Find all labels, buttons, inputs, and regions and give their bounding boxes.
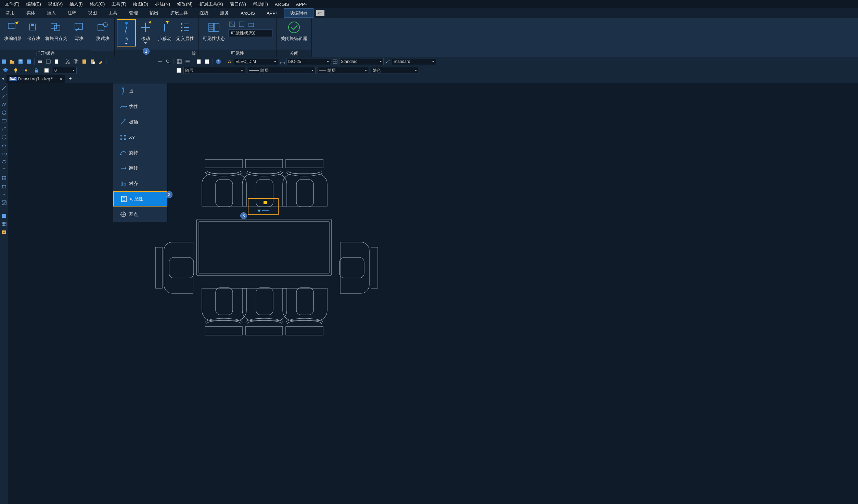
dimstyle-dropdown[interactable]: ISO-25 [286,58,331,65]
btn-write-block[interactable]: 写块 [69,19,89,43]
plotstyle-dropdown[interactable]: 随色 [371,67,419,74]
tab-insert[interactable]: 插入 [41,8,62,18]
vis-icon-3[interactable] [247,21,255,28]
layer-lock-icon[interactable] [33,67,40,74]
dm-item-xy[interactable]: XY [113,130,167,145]
tool-pline-icon[interactable] [1,101,8,108]
layer-bulb-icon[interactable] [12,67,20,74]
doc-tab-close[interactable]: ✕ [60,76,63,81]
tool-revcloud-icon[interactable] [1,142,8,149]
tool-spline-icon[interactable] [1,150,8,157]
tool-polygon-icon[interactable] [1,109,8,116]
tb-sheetset-icon[interactable] [203,58,211,65]
tablestyle-dropdown[interactable]: Standard [392,58,436,65]
tool-arc-icon[interactable] [1,125,8,132]
menu-file[interactable]: 文件(F) [1,0,23,8]
tb-help-icon[interactable]: ? [215,58,222,65]
tb-textstyle-icon[interactable]: A [226,58,233,65]
doc-tabs-toggle[interactable]: ▾ [0,76,7,81]
vis-icon-2[interactable] [238,21,245,28]
menu-modify[interactable]: 修改(M) [174,0,196,8]
layer-sun-icon[interactable] [22,67,30,74]
menu-format[interactable]: 格式(O) [86,0,108,8]
menu-arcgis[interactable]: ArcGIS [271,1,293,8]
tb-dimstyle-icon[interactable] [279,58,286,65]
menu-window[interactable]: 窗口(W) [227,0,249,8]
tb-open-icon[interactable] [9,58,16,65]
tool-line-icon[interactable] [1,84,8,91]
tab-arcgis[interactable]: ArcGIS [235,9,261,17]
ribbon-new-tab[interactable]: ▭ [316,10,324,16]
textstyle-dropdown[interactable]: Standard [339,58,384,65]
dm-item-visibility[interactable]: 可见性 [113,191,167,207]
layer-dropdown[interactable]: ELEC_DIM [234,58,278,65]
tab-annotate[interactable]: 注释 [62,8,82,18]
dm-item-linear[interactable]: 线性 [113,99,167,114]
menu-ext[interactable]: 扩展工具(X) [196,0,227,8]
visibility-marker[interactable]: ▬▬ [248,198,279,215]
lineweight-dropdown[interactable]: 随层 [318,67,369,74]
tab-view[interactable]: 视图 [82,8,103,18]
tool-table-icon[interactable] [1,221,8,227]
tb-matchprop-icon[interactable] [97,58,104,65]
tab-online[interactable]: 在线 [194,8,214,18]
dm-item-polar[interactable]: 极轴 [113,114,167,130]
tb-saveas-icon[interactable] [25,58,33,65]
menu-tools[interactable]: 工具(T) [108,0,130,8]
tb-paste-icon[interactable] [80,58,88,65]
dm-item-align[interactable]: 对齐 [113,176,167,191]
tool-circle-icon[interactable] [1,134,8,141]
btn-def-attr[interactable]: 定义属性 [174,19,196,43]
menu-draw[interactable]: 绘图(D) [130,0,152,8]
tab-manage[interactable]: 管理 [123,8,144,18]
layer-color-icon[interactable] [43,67,50,74]
tab-entity[interactable]: 实体 [21,8,41,18]
dm-item-rotate[interactable]: 旋转 [113,145,167,160]
canvas[interactable]: 点 线性 极轴 XY 旋转 翻转 [8,83,858,504]
tool-hatch-icon[interactable] [1,199,8,206]
menu-edit[interactable]: 编辑(E) [23,0,44,8]
dm-item-basepoint[interactable]: 基点 [113,207,167,222]
tab-blockeditor[interactable]: 块编辑器 [284,8,313,18]
tool-gradient-icon[interactable] [1,212,8,219]
menu-help[interactable]: 帮助(H) [249,0,271,8]
tool-rect-icon[interactable] [1,117,8,124]
btn-save-block-as[interactable]: 将块另存为 [43,19,69,43]
btn-save-block[interactable]: 保存块 [24,19,43,43]
tool-ellipse-icon[interactable] [1,158,8,165]
tab-ext[interactable]: 扩展工具 [164,8,194,18]
tab-output[interactable]: 输出 [144,8,164,18]
doc-tab-1[interactable]: DWG Drawing1.dwg* ✕ [7,75,65,83]
linetype-dropdown[interactable]: 随层 [247,67,316,74]
doc-tab-add[interactable] [68,76,72,81]
dm-item-flip[interactable]: 翻转 [113,160,167,176]
tool-text-icon[interactable]: A [1,229,8,236]
tool-block-icon[interactable] [1,183,8,190]
btn-move[interactable]: 移动 [136,19,155,45]
visibility-state-dropdown[interactable]: 可见性状态0 [228,29,273,37]
tab-tools[interactable]: 工具 [103,8,123,18]
color-dropdown[interactable]: 随层 [183,67,245,74]
tb-tablestyle-icon[interactable] [331,58,339,65]
menu-annotate[interactable]: 标注(N) [152,0,174,8]
vis-icon-1[interactable] [228,21,236,28]
tb-page-icon[interactable] [53,58,60,65]
tb-new-icon[interactable] [0,58,8,65]
layer-quick-dropdown[interactable]: 0 [53,67,77,74]
tb-zoom-icon[interactable] [164,58,172,65]
tb-sheet-icon[interactable] [195,58,203,65]
btn-test-block[interactable]: 测试块 [93,19,112,43]
tb-save-icon[interactable] [17,58,24,65]
menu-appplus[interactable]: APP+ [293,1,311,8]
menu-view[interactable]: 视图(V) [44,0,66,8]
tab-service[interactable]: 服务 [214,8,235,18]
tb-cut-icon[interactable] [64,58,72,65]
btn-visibility-state[interactable]: 可见性状态 [201,19,227,43]
tb-list-icon[interactable] [184,58,191,65]
tab-appplus[interactable]: APP+ [261,9,284,17]
btn-point-move[interactable]: 点移动 [155,19,174,43]
tb-mleader-icon[interactable] [384,58,392,65]
layer-manager-icon[interactable] [2,67,9,74]
tool-point-icon[interactable] [1,191,8,198]
btn-close-block-editor[interactable]: 关闭块编辑器 [279,19,309,43]
